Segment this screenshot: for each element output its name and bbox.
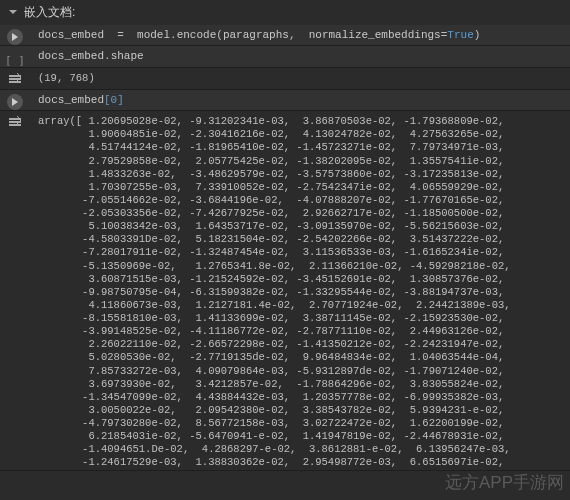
array-output: array([ 1.20695028e-02, -9.31202341e-03,… xyxy=(30,111,570,470)
code-input[interactable]: docs_embed = model.encode(paragraphs, no… xyxy=(30,25,570,45)
code-cell-1: docs_embed = model.encode(paragraphs, no… xyxy=(0,25,570,46)
output-cell-2: (19, 768) xyxy=(0,68,570,90)
cell-gutter xyxy=(0,90,30,110)
output-stream-icon[interactable] xyxy=(8,115,22,470)
output-cell-3: array([ 1.20695028e-02, -9.31202341e-03,… xyxy=(0,111,570,471)
run-icon[interactable] xyxy=(7,29,23,45)
code-input[interactable]: docs_embed[0] xyxy=(30,90,570,110)
execution-count: [ ] xyxy=(5,50,25,67)
output-gutter xyxy=(0,68,30,89)
cell-gutter xyxy=(0,25,30,45)
chevron-down-icon[interactable] xyxy=(8,6,18,20)
svg-rect-5 xyxy=(9,124,21,126)
output-gutter xyxy=(0,111,30,470)
svg-rect-2 xyxy=(9,81,21,83)
code-input[interactable]: docs_embed.shape xyxy=(30,46,570,67)
run-icon[interactable] xyxy=(7,94,23,110)
output-stream-icon[interactable] xyxy=(8,72,22,89)
code-cell-2: [ ] docs_embed.shape xyxy=(0,46,570,68)
cell-gutter: [ ] xyxy=(0,46,30,67)
section-title: 嵌入文档: xyxy=(24,4,75,21)
output-text: (19, 768) xyxy=(30,68,570,89)
section-header: 嵌入文档: xyxy=(0,0,570,25)
watermark-text: 远方APP手游网 xyxy=(445,471,564,494)
code-cell-3: docs_embed[0] xyxy=(0,90,570,111)
